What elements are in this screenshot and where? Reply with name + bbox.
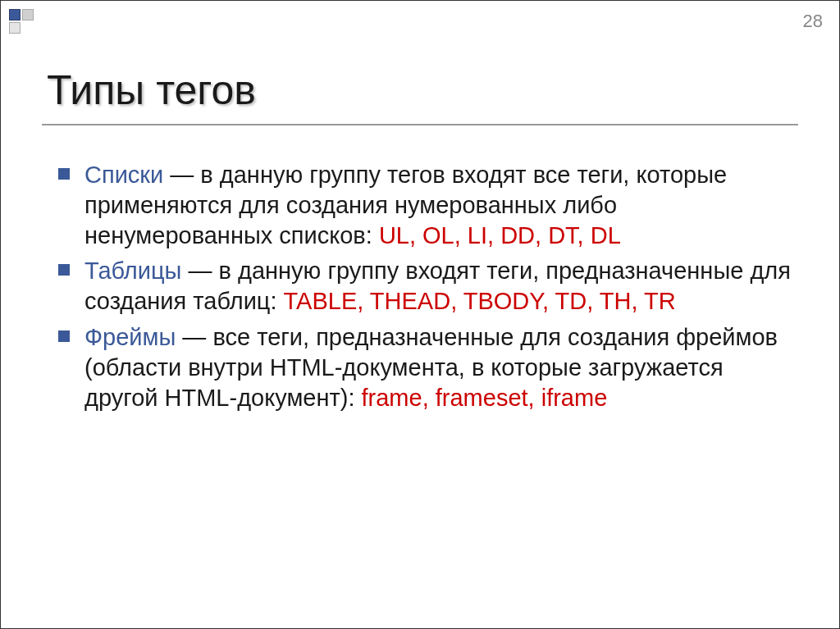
- tag-list: frame, frameset, iframe: [362, 385, 608, 411]
- list-item: Фреймы — все теги, предназначенные для с…: [58, 322, 798, 413]
- term: Таблицы: [84, 258, 181, 284]
- tag-list: TABLE, THEAD, TBODY, TD, TH, TR: [284, 288, 676, 314]
- slide-content: Типы тегов Списки — в данную группу тего…: [1, 1, 839, 443]
- slide-title: Типы тегов: [42, 66, 798, 114]
- term: Списки: [84, 162, 163, 188]
- list-item: Таблицы — в данную группу входят теги, п…: [58, 256, 798, 317]
- tag-list: UL, OL, LI, DD, DT, DL: [379, 222, 621, 248]
- term: Фреймы: [84, 324, 176, 350]
- page-number: 28: [803, 11, 823, 32]
- bullet-list: Списки — в данную группу тегов входят вс…: [42, 160, 798, 413]
- title-underline: [42, 124, 798, 125]
- list-item: Списки — в данную группу тегов входят вс…: [58, 160, 798, 251]
- corner-decoration: [9, 9, 34, 34]
